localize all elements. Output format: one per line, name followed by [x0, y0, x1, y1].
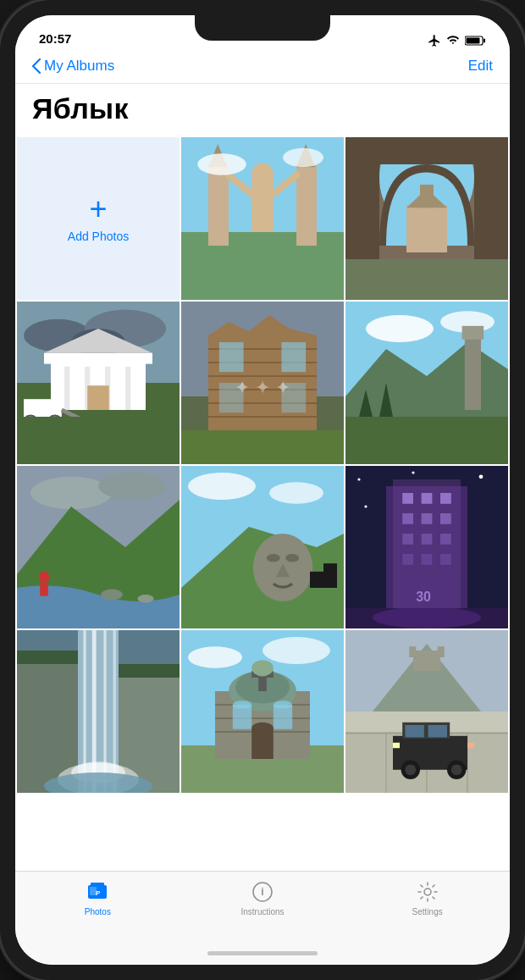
add-photos-icon: +: [89, 194, 107, 224]
photo-cell[interactable]: [345, 302, 508, 464]
svg-point-123: [188, 646, 242, 668]
svg-rect-33: [64, 367, 69, 410]
grid-container[interactable]: + Add Photos: [15, 137, 510, 871]
svg-rect-74: [40, 583, 48, 596]
svg-rect-105: [440, 554, 451, 565]
svg-rect-160: [393, 743, 400, 748]
add-photos-label: Add Photos: [68, 230, 129, 243]
photo-cell[interactable]: 30: [345, 466, 508, 628]
svg-rect-121: [119, 664, 180, 678]
svg-rect-65: [462, 326, 484, 340]
phone-screen: 20:57: [15, 15, 510, 965]
photo-cell[interactable]: [17, 466, 180, 628]
svg-rect-102: [440, 534, 451, 545]
svg-point-76: [137, 595, 153, 603]
photo-10: [181, 630, 344, 793]
svg-rect-104: [422, 554, 433, 565]
tab-instructions[interactable]: i Instructions: [180, 880, 345, 916]
svg-rect-2: [467, 38, 480, 44]
svg-point-91: [364, 505, 367, 507]
svg-point-157: [405, 764, 416, 775]
svg-rect-146: [438, 646, 445, 657]
page-title-section: Яблык: [15, 84, 510, 137]
svg-rect-64: [465, 329, 481, 410]
svg-point-79: [269, 482, 323, 504]
svg-rect-43: [17, 417, 180, 464]
svg-rect-103: [402, 554, 413, 565]
photo-cell[interactable]: [17, 630, 180, 793]
notch: [195, 15, 330, 41]
photo-cell[interactable]: [345, 630, 508, 793]
svg-point-168: [424, 889, 431, 895]
svg-rect-32: [44, 353, 152, 364]
svg-rect-53: [219, 342, 244, 372]
svg-point-12: [251, 163, 274, 185]
airplane-icon: [428, 34, 441, 47]
svg-point-136: [233, 700, 251, 709]
photo-2: [345, 137, 508, 300]
svg-point-138: [274, 700, 292, 709]
back-label: My Albums: [44, 58, 114, 75]
home-bar: [207, 951, 318, 955]
svg-rect-95: [422, 493, 433, 504]
svg-rect-21: [345, 137, 508, 164]
battery-icon: [465, 35, 486, 47]
svg-point-83: [285, 554, 299, 562]
photo-9: [17, 630, 180, 793]
svg-point-134: [251, 660, 274, 676]
tab-settings[interactable]: Settings: [345, 880, 510, 916]
status-time: 20:57: [39, 31, 71, 47]
svg-rect-38: [87, 385, 109, 410]
photo-cell[interactable]: [181, 466, 344, 628]
svg-point-16: [283, 148, 323, 167]
back-button[interactable]: My Albums: [32, 58, 114, 75]
svg-rect-94: [402, 493, 413, 504]
svg-rect-58: [181, 430, 344, 464]
photo-5: [345, 302, 508, 464]
svg-text:P: P: [96, 889, 101, 897]
photo-6: [17, 466, 180, 628]
svg-point-73: [39, 572, 50, 583]
svg-point-107: [373, 606, 481, 628]
phone-frame: 20:57: [0, 0, 525, 980]
photos-tab-icon: P: [86, 880, 109, 904]
photo-cell[interactable]: ✦ ✦ ✦: [181, 302, 344, 464]
chevron-left-icon: [32, 58, 41, 74]
photo-cell[interactable]: [181, 630, 344, 793]
home-indicator: [15, 941, 510, 965]
svg-rect-22: [406, 205, 447, 252]
svg-point-159: [451, 764, 462, 775]
photo-cell[interactable]: [181, 137, 344, 300]
svg-point-82: [267, 554, 280, 562]
svg-rect-100: [402, 534, 413, 545]
status-icons: [428, 34, 486, 47]
svg-point-78: [188, 473, 256, 500]
settings-tab-label: Settings: [412, 907, 443, 916]
photo-cell[interactable]: [345, 137, 508, 300]
svg-point-61: [366, 315, 434, 342]
svg-rect-6: [181, 232, 344, 300]
svg-rect-154: [405, 725, 423, 737]
instructions-tab-icon: i: [251, 880, 274, 904]
svg-point-70: [30, 477, 112, 509]
photo-grid: + Add Photos: [15, 137, 510, 795]
svg-rect-25: [345, 259, 508, 300]
svg-rect-86: [323, 563, 337, 577]
tab-bar: P Photos i Instructions: [15, 871, 510, 941]
tab-photos[interactable]: P Photos: [15, 880, 180, 916]
svg-rect-36: [125, 367, 130, 410]
svg-rect-120: [17, 651, 78, 664]
edit-button[interactable]: Edit: [468, 58, 493, 75]
instructions-tab-label: Instructions: [240, 907, 284, 916]
svg-point-88: [357, 478, 360, 480]
svg-rect-1: [484, 39, 485, 43]
svg-rect-99: [440, 513, 451, 524]
photo-11: [345, 630, 508, 793]
photo-cell[interactable]: [17, 302, 180, 464]
svg-rect-11: [251, 178, 274, 232]
svg-rect-155: [428, 725, 447, 737]
add-photos-cell[interactable]: + Add Photos: [17, 137, 180, 300]
svg-rect-144: [413, 651, 440, 671]
svg-point-124: [262, 637, 330, 664]
svg-text:✦ ✦ ✦: ✦ ✦ ✦: [235, 377, 290, 398]
